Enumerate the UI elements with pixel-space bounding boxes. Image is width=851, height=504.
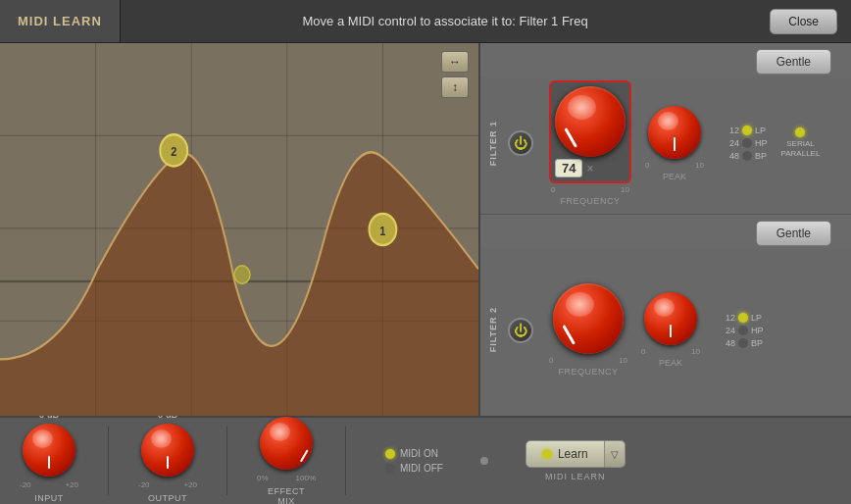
knob-indicator	[674, 137, 676, 151]
effect-mix-knob[interactable]	[260, 417, 313, 470]
divider-3	[345, 427, 346, 495]
knob-indicator	[670, 325, 672, 338]
filter1-power-button[interactable]: ⏻	[508, 130, 533, 156]
effect-mix-scale-low: 0%	[257, 474, 269, 482]
output-gain-label: OUTPUTGAIN	[148, 493, 187, 504]
filter2-hp-led[interactable]	[738, 326, 748, 335]
filter2-peak-scale-low: 0	[641, 347, 645, 356]
main-content: 2 1 ↔ ↕ Gentle	[0, 43, 851, 416]
filter2-lp-label: LP	[751, 313, 762, 323]
filter1-peak-scale-high: 10	[695, 161, 704, 170]
midi-learn-section-label: MIDI LEARN	[545, 472, 606, 481]
midi-off-led[interactable]	[385, 464, 395, 474]
filter1-freq-knob[interactable]	[555, 86, 626, 157]
filter1-lp-led[interactable]	[742, 126, 752, 135]
close-button[interactable]: Close	[770, 9, 837, 34]
divider-2	[226, 427, 227, 495]
svg-point-11	[234, 266, 250, 283]
filter2-label: FILTER 2	[488, 307, 498, 352]
filter1-freq-label: FREQUENCY	[560, 196, 620, 206]
effect-mix-label: EFFECTMIX	[268, 486, 305, 505]
filter2-bp-led[interactable]	[738, 338, 748, 348]
midi-off-row: MIDI OFF	[385, 463, 443, 474]
filter1-label: FILTER 1	[488, 121, 498, 166]
filter1-freq-value-display: 74 ×	[555, 159, 626, 177]
filter1-freq-scale-low: 0	[551, 185, 555, 194]
input-gain-knob[interactable]	[23, 424, 75, 477]
knob-highlight	[270, 423, 291, 441]
eq-handle-vertical-btn[interactable]: ↕	[441, 76, 469, 98]
filter1-freq-scale-high: 10	[621, 185, 629, 194]
filter2-power-button[interactable]: ⏻	[508, 318, 533, 343]
midi-off-label: MIDI OFF	[400, 463, 443, 474]
knob-highlight	[566, 292, 594, 317]
divider-1	[108, 427, 109, 495]
midi-toggle-section: MIDI ON MIDI OFF	[385, 448, 443, 474]
output-gain-scale-low: -20	[138, 480, 150, 489]
filter1-type-12: 12	[720, 126, 739, 135]
eq-canvas: 2 1 ↔ ↕	[0, 43, 478, 416]
midi-on-label: MIDI ON	[400, 448, 438, 459]
filter2-peak-knob[interactable]	[644, 292, 697, 345]
knob-highlight	[151, 429, 173, 448]
knob-highlight	[568, 95, 596, 120]
filter2-freq-scale-high: 10	[619, 356, 627, 365]
filter1-gentle-button[interactable]: Gentle	[756, 49, 831, 75]
filter1-freq-close[interactable]: ×	[586, 162, 593, 176]
input-gain-scale-high: +20	[65, 480, 78, 489]
filter2-peak-scale-high: 10	[691, 347, 700, 356]
right-panel: Gentle FILTER 1 ⏻	[480, 43, 851, 416]
eq-panel: 2 1 ↔ ↕	[0, 43, 480, 416]
filter1-lp-label: LP	[755, 126, 766, 135]
knob-highlight	[654, 298, 676, 317]
serial-parallel-label: SERIALPARALLEL	[781, 139, 821, 158]
svg-text:1: 1	[379, 224, 385, 238]
learn-led	[542, 449, 552, 459]
filter1-hp-label: HP	[755, 138, 768, 148]
midi-on-led[interactable]	[385, 449, 395, 459]
knob-highlight	[32, 429, 54, 448]
filter2-type-24: 24	[716, 326, 735, 335]
learn-dropdown-button[interactable]: ▽	[605, 440, 626, 468]
filter1-bp-led[interactable]	[742, 151, 752, 161]
filter2-gentle-button[interactable]: Gentle	[756, 221, 831, 246]
filter2-freq-knob[interactable]	[553, 283, 624, 354]
serial-parallel-led[interactable]	[795, 127, 805, 137]
input-gain-scale-low: -20	[20, 480, 31, 489]
header-message: Move a MIDI control to associate it to: …	[121, 14, 770, 28]
bottom-controls: 0 dB -20 +20 INPUTGAIN 0 dB -20 +20	[0, 416, 851, 504]
effect-mix-scale-high: 100%	[296, 474, 316, 482]
power-icon: ⏻	[514, 135, 527, 151]
filter1-peak-label: PEAK	[663, 172, 686, 181]
header-bar: MIDI LEARN Move a MIDI control to associ…	[0, 0, 851, 43]
eq-svg: 2 1	[0, 43, 478, 416]
filter1-freq-value: 74	[555, 159, 582, 177]
eq-handle-horizontal-btn[interactable]: ↔	[441, 51, 469, 73]
input-gain-label: INPUTGAIN	[34, 493, 64, 504]
filter2-lp-led[interactable]	[738, 313, 748, 323]
knob-indicator	[167, 456, 169, 470]
eq-handle-area: ↔ ↕	[441, 51, 469, 98]
learn-button[interactable]: Learn	[526, 440, 605, 468]
knob-indicator	[300, 450, 308, 463]
filter2-type-48: 48	[716, 338, 735, 348]
filter2-freq-scale-low: 0	[549, 356, 553, 365]
learn-section: Learn ▽ MIDI LEARN	[526, 440, 626, 481]
filter2-type-12: 12	[716, 313, 735, 323]
filter1-peak-scale-low: 0	[645, 161, 649, 170]
knob-highlight	[658, 112, 679, 130]
output-gain-scale-high: +20	[183, 480, 197, 489]
filter2-peak-label: PEAK	[659, 358, 682, 368]
filter2-freq-label: FREQUENCY	[558, 367, 618, 377]
filter1-type-24: 24	[720, 138, 739, 148]
filter1-peak-knob[interactable]	[648, 106, 701, 159]
svg-text:2: 2	[171, 144, 176, 159]
effect-mix-group: 0% 100% EFFECTMIX	[257, 417, 316, 505]
filter2-hp-label: HP	[751, 326, 764, 335]
input-gain-group: 0 dB -20 +20 INPUTGAIN	[20, 409, 78, 504]
knob-indicator	[48, 456, 50, 470]
filter1-hp-led[interactable]	[742, 138, 752, 148]
output-gain-knob[interactable]	[141, 424, 194, 477]
knob-indicator	[565, 127, 577, 147]
power-icon-2: ⏻	[514, 323, 527, 338]
